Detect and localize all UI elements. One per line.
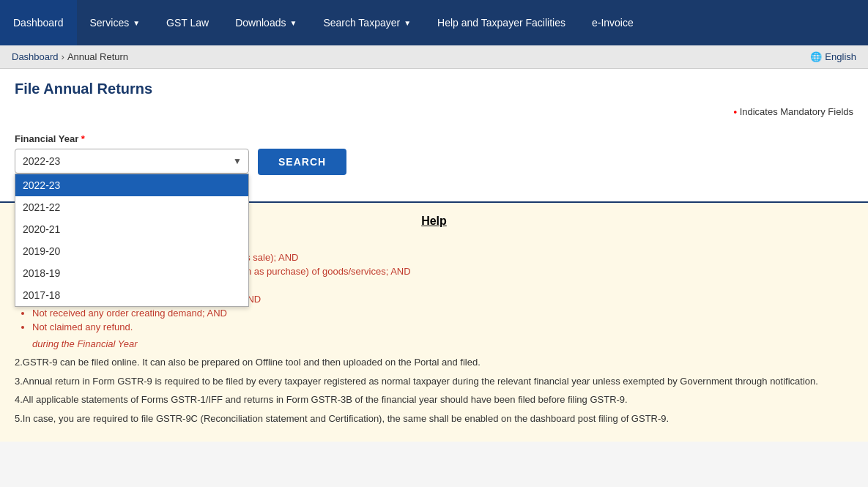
- nav-help[interactable]: Help and Taxpayer Facilities: [424, 0, 579, 45]
- required-marker: *: [81, 133, 85, 144]
- chevron-down-icon: ▼: [133, 19, 140, 27]
- help-item-5: 5.In case, you are required to file GSTR…: [15, 412, 853, 426]
- mandatory-note: • Indicates Mandatory Fields: [15, 106, 853, 117]
- search-button[interactable]: SEARCH: [258, 149, 346, 175]
- language-selector[interactable]: 🌐 English: [810, 51, 856, 62]
- breadcrumb-bar: Dashboard › Annual Return 🌐 English: [0, 45, 868, 69]
- bullet-6: Not claimed any refund.: [32, 321, 853, 332]
- breadcrumb-current: Annual Return: [67, 51, 128, 62]
- financial-year-text: during the Financial Year: [32, 338, 853, 349]
- dropdown-option-2020-21[interactable]: 2020-21: [15, 218, 248, 240]
- help-item-4: 4.All applicable statements of Forms GST…: [15, 393, 853, 407]
- main-content: File Annual Returns • Indicates Mandator…: [0, 69, 868, 201]
- dropdown-option-2019-20[interactable]: 2019-20: [15, 240, 248, 262]
- chevron-down-icon: ▼: [289, 19, 297, 27]
- financial-year-select[interactable]: 2022-232021-222020-212019-202018-192017-…: [15, 149, 249, 174]
- financial-year-select-wrapper: 2022-232021-222020-212019-202018-192017-…: [15, 149, 249, 174]
- globe-icon: 🌐: [810, 51, 822, 62]
- nav-dashboard[interactable]: Dashboard: [0, 0, 77, 45]
- breadcrumb-home[interactable]: Dashboard: [12, 51, 59, 62]
- financial-year-label: Financial Year *: [15, 133, 853, 144]
- dropdown-option-2017-18[interactable]: 2017-18: [15, 284, 248, 306]
- financial-year-dropdown: 2022-23 2021-22 2020-21 2019-20 2018-19 …: [15, 174, 249, 307]
- help-item-3: 3.Annual return in Form GSTR-9 is requir…: [15, 374, 853, 389]
- nav-services[interactable]: Services ▼: [77, 0, 154, 45]
- page-title: File Annual Returns: [15, 81, 853, 97]
- mandatory-dot: •: [733, 106, 737, 117]
- nav-einvoice[interactable]: e-Invoice: [579, 0, 647, 45]
- navbar: Dashboard Services ▼ GST Law Downloads ▼…: [0, 0, 868, 45]
- form-section: Financial Year * 2022-232021-222020-2120…: [15, 126, 853, 190]
- dropdown-option-2018-19[interactable]: 2018-19: [15, 262, 248, 284]
- breadcrumb-separator: ›: [62, 51, 64, 62]
- breadcrumb: Dashboard › Annual Return: [12, 51, 128, 62]
- chevron-down-icon: ▼: [404, 19, 411, 27]
- dropdown-option-2022-23[interactable]: 2022-23: [15, 174, 248, 196]
- nav-search-taxpayer[interactable]: Search Taxpayer ▼: [310, 0, 424, 45]
- nav-gst-law[interactable]: GST Law: [153, 0, 222, 45]
- field-row: 2022-232021-222020-212019-202018-192017-…: [15, 149, 853, 175]
- help-item-2: 2.GSTR-9 can be filed online. It can als…: [15, 355, 853, 370]
- dropdown-option-2021-22[interactable]: 2021-22: [15, 196, 248, 218]
- language-label: English: [825, 51, 856, 62]
- nav-downloads[interactable]: Downloads ▼: [222, 0, 310, 45]
- bullet-5: Not received any order creating demand; …: [32, 308, 853, 319]
